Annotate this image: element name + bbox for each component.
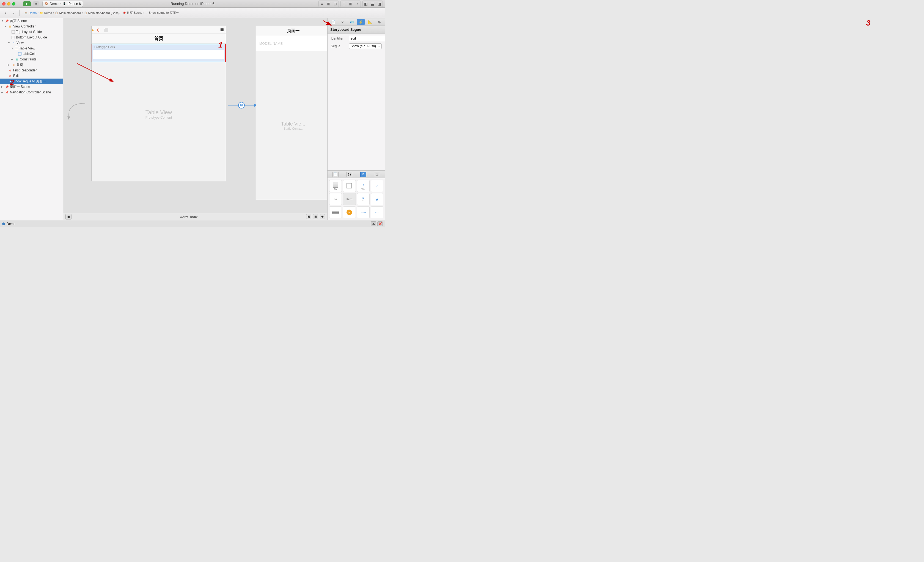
sidebar-item-nav-scene[interactable]: 📌 Navigation Controller Scene [0, 90, 63, 95]
lib-file-btn[interactable]: 📄 [333, 172, 339, 177]
component-item[interactable]: ★ [371, 193, 383, 205]
homepage-icon: ⊂ [12, 63, 15, 67]
left-panel-btn[interactable]: ◧ [363, 1, 369, 7]
forward-btn[interactable]: › [10, 10, 16, 16]
close-button[interactable] [2, 2, 6, 6]
component-item-item[interactable]: Item [343, 193, 356, 205]
sep4: › [121, 11, 122, 14]
constraints-icon: ⊞ [15, 57, 19, 61]
assistant-btn[interactable]: ⊞ [347, 1, 354, 7]
sidebar-item-constraints[interactable]: ⊞ Constraints [0, 57, 63, 62]
connections-inspector-icon[interactable]: ⊕ [375, 19, 383, 25]
version-btn[interactable]: ↕ [354, 1, 360, 7]
component-grid: Title ‹ Title ‹ Edit Item [327, 178, 385, 220]
component-item[interactable]: ⋯⋯ [357, 206, 370, 218]
sep1: › [38, 11, 39, 14]
iphone-body: Prototype Cells Table View Prototype Con… [92, 44, 226, 181]
resize-btn[interactable]: ⊡ [313, 214, 318, 219]
sidebar-item-segue[interactable]: ● Show segue to 页面一 [0, 79, 63, 84]
prototype-cells-container: Prototype Cells [92, 44, 226, 62]
component-item[interactable]: ★ ··· [357, 193, 370, 205]
component-item[interactable] [329, 206, 342, 218]
scheme-selector[interactable]: 🏠 Demo › 📱 iPhone 6 [42, 1, 83, 7]
bottom-panel-btn[interactable]: ⬓ [369, 1, 376, 7]
expand-icon [1, 91, 4, 94]
version-view-btn[interactable]: ⊟ [332, 1, 339, 7]
segue-connector: ⊞ [228, 102, 255, 109]
inspector-title: Storyboard Segue [330, 27, 361, 31]
lib-media-btn[interactable]: □ [374, 172, 380, 177]
sidebar-item-homepage-scene[interactable]: 📌 首页 Scene [0, 18, 63, 24]
component-item[interactable]: Edit [329, 193, 342, 205]
main-toolbar: ‹ › 🏠 Demo › 📁 Demo › 📋 Main.storyboard … [0, 8, 385, 18]
assistant-view-btn[interactable]: ⊞ [326, 1, 332, 7]
comp-icon: ⋯⋯ [361, 211, 366, 214]
list-view-btn[interactable]: ≡ [319, 1, 326, 7]
sidebar-item-exit[interactable]: ⊗ Exit [0, 73, 63, 79]
breadcrumb-base[interactable]: 📋 Main.storyboard (Base) [84, 11, 120, 15]
sidebar-item-view[interactable]: □ View [0, 40, 63, 46]
component-item[interactable]: ‹ Title [357, 180, 370, 192]
scheme-name: Demo [50, 2, 58, 6]
sidebar-item-vc[interactable]: ⊟ View Controller [0, 24, 63, 29]
sidebar-item-homepage[interactable]: ⊂ 首页 [0, 62, 63, 67]
component-item[interactable]: Title [329, 180, 342, 192]
comp-icon: ★ [362, 196, 364, 199]
sidebar-item-top-guide[interactable]: Top Layout Guide [0, 29, 63, 34]
storyboard-btn[interactable]: ⊞ [306, 214, 311, 219]
identifier-input[interactable] [349, 36, 385, 41]
sep3: › [82, 11, 83, 14]
file-inspector-icon[interactable]: 📄 [330, 19, 337, 25]
run-button[interactable]: ▶ [23, 1, 31, 6]
stop-button[interactable]: ■ [33, 1, 39, 6]
canvas-tools: ⊞ ⊡ ⊛ [306, 214, 325, 219]
component-item[interactable]: − [343, 206, 356, 218]
comp-label: Title [362, 188, 365, 190]
iphone-status-bar: ● ⬡ ⬜ ⬛ [92, 26, 226, 34]
warning-btn[interactable]: ⚠ [371, 221, 376, 226]
nav-toggle-btn[interactable]: ☰ [66, 214, 72, 220]
layout-group: □ ⊞ ↕ [340, 0, 361, 7]
sidebar-item-tablecell[interactable]: tableCell [0, 51, 63, 57]
size-inspector-icon[interactable]: 📐 [366, 19, 374, 25]
breadcrumb-demo[interactable]: 🏠 Demo [24, 11, 37, 15]
lib-code-btn[interactable]: { } [346, 172, 352, 177]
right-panel-btn[interactable]: ◨ [376, 1, 382, 7]
comp-icon: ←→ [375, 211, 380, 214]
error-btn[interactable]: ❌ [377, 221, 383, 226]
breadcrumb-segue[interactable]: ➡ Show segue to 页面一 [146, 11, 179, 15]
table-cell [93, 50, 224, 59]
maximize-button[interactable] [12, 2, 15, 6]
back-btn[interactable]: ‹ [2, 10, 9, 16]
lib-object-btn[interactable]: ⊕ [360, 172, 366, 177]
sidebar-item-page1-scene[interactable]: 📌 页面一 Scene [0, 84, 63, 90]
identity-inspector-icon[interactable]: 🪪 [348, 19, 356, 25]
attributes-inspector-icon[interactable]: ⚡ [357, 19, 364, 25]
sidebar-label: Constraints [20, 57, 37, 61]
comp-icon [346, 183, 352, 188]
expand-icon [11, 58, 14, 61]
standard-btn[interactable]: □ [341, 1, 347, 7]
component-item[interactable]: ‹ [371, 180, 383, 192]
quick-help-icon[interactable]: ? [339, 19, 346, 25]
segue-select[interactable]: Show (e.g. Push) ⌄ [349, 43, 382, 49]
zoom-btn[interactable]: ⊛ [320, 214, 325, 219]
sep5: › [144, 11, 144, 14]
sidebar-item-tableview[interactable]: Table View [0, 46, 63, 51]
minimize-button[interactable] [7, 2, 10, 6]
breadcrumb-demo2[interactable]: 📁 Demo [40, 11, 52, 15]
breadcrumb-mainstoryboard[interactable]: 📋 Main.storyboard [55, 11, 81, 15]
tv-sub: Prototype Content [146, 116, 172, 120]
second-scene-canvas: 页面一 MODEL NAME Table Vie... Static Conte… [256, 26, 327, 200]
status-icons: ⚠ ❌ [371, 221, 383, 226]
tableview-icon [15, 47, 18, 50]
component-item[interactable] [343, 180, 356, 192]
table-view-label: Table View Prototype Content [146, 109, 172, 120]
iphone-nav-bar: 首页 [92, 34, 226, 44]
component-item[interactable]: ←→ [371, 206, 383, 218]
svg-marker-0 [68, 117, 70, 120]
breadcrumb-scene[interactable]: 📌 首页 Scene [123, 11, 142, 15]
second-table-label: Table Vie... Static Conte... [281, 121, 306, 130]
sidebar-item-first-responder[interactable]: ⊛ First Responder [0, 67, 63, 73]
sidebar-item-bottom-guide[interactable]: Bottom Layout Guide [0, 34, 63, 40]
